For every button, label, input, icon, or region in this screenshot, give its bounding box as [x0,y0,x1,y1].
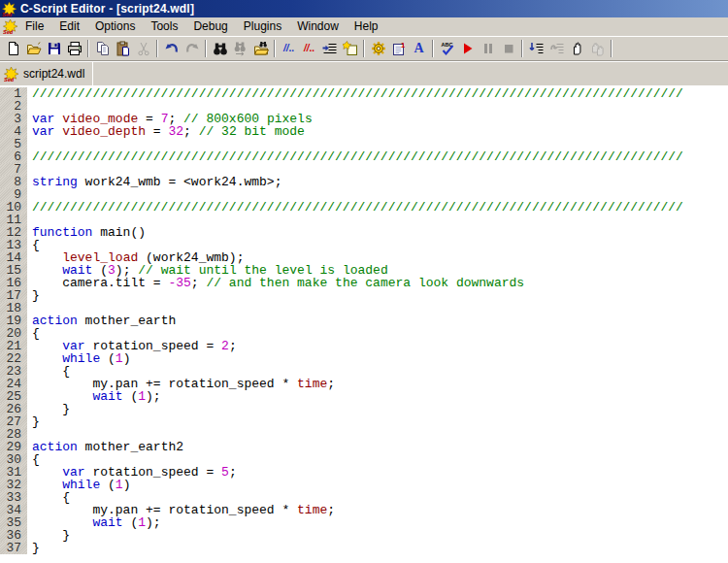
toolbar: //..//..1AABC [0,36,728,61]
step-over-icon[interactable] [546,39,567,59]
tab-label: script24.wdl [23,67,84,81]
window-title: C-Script Editor - [script24.wdl] [20,2,194,16]
code-text: string work24_wmb = <work24.wmb>; [27,176,281,188]
menu-item-options[interactable]: Options [87,17,143,36]
toolbar-separator [363,40,365,57]
break-hand-icon[interactable] [567,39,587,59]
code-text: } [27,289,40,302]
svg-text:Sed: Sed [2,11,13,16]
code-line[interactable]: 25 wait (1); [0,390,728,403]
code-line[interactable]: 37} [0,542,728,554]
toolbar-separator [274,40,276,57]
toolbar-separator [521,40,523,57]
menu-bar-items: FileEditOptionsToolsDebugPluginsWindowHe… [17,17,386,36]
code-line[interactable]: 10//////////////////////////////////////… [0,201,728,214]
uncomment-icon[interactable]: //.. [299,39,319,59]
code-line[interactable]: 12function main() [0,226,728,239]
menu-item-help[interactable]: Help [347,17,386,36]
menu-item-file[interactable]: File [17,17,51,36]
toolbar-separator [205,40,207,57]
run-icon[interactable] [457,39,478,59]
find-icon[interactable] [210,39,230,59]
find-next-icon[interactable] [230,39,250,59]
copy-icon[interactable] [92,39,113,59]
svg-text:1: 1 [401,41,405,50]
redo-icon[interactable] [182,39,202,59]
code-editor[interactable]: 1///////////////////////////////////////… [0,85,728,563]
menu-item-debug[interactable]: Debug [185,17,235,36]
comment-icon[interactable]: //.. [279,39,299,59]
code-line[interactable]: 36 } [0,529,728,542]
syntax-check-icon[interactable]: ABC [437,39,457,59]
sed-file-icon: Sed [4,67,18,82]
code-text: function main() [27,226,146,239]
new-document-icon[interactable] [3,39,23,59]
code-line[interactable]: 17} [0,289,728,302]
indent-icon[interactable] [319,39,340,59]
pause-icon[interactable] [478,39,498,59]
cut-icon[interactable] [133,39,153,59]
code-line[interactable]: 16 camera.tilt = -35; // and then make t… [0,277,728,289]
toolbar-separator [432,40,434,57]
menu-item-tools[interactable]: Tools [143,17,185,36]
code-line[interactable]: 22 while (1) [0,352,728,365]
code-line[interactable]: 8string work24_wmb = <work24.wmb>; [0,176,728,188]
svg-text:Sed: Sed [3,29,14,34]
stop-hands-icon[interactable] [587,39,608,59]
menu-item-edit[interactable]: Edit [51,17,87,36]
code-line[interactable]: 27} [0,415,728,428]
sed-app-icon[interactable]: Sed [2,2,17,17]
code-text: action mother_earth [27,315,176,327]
app-window: Sed C-Script Editor - [script24.wdl] Sed… [0,0,728,563]
code-line[interactable]: 1///////////////////////////////////////… [0,87,728,100]
line-number: 37 [0,542,27,554]
code-text: ////////////////////////////////////////… [27,87,683,100]
font-icon[interactable]: A [409,39,429,59]
tab-bar: Sed script24.wdl [0,61,728,85]
code-line[interactable]: 29action mother_earth2 [0,441,728,453]
menu-item-plugins[interactable]: Plugins [236,17,289,36]
code-line[interactable]: 26 } [0,403,728,415]
menu-item-window[interactable]: Window [289,17,347,36]
menu-bar: Sed FileEditOptionsToolsDebugPluginsWind… [0,17,728,36]
properties-icon[interactable]: 1 [388,39,409,59]
code-line[interactable]: 6///////////////////////////////////////… [0,150,728,163]
code-text: var video_depth = 32; // 32 bit mode [27,125,305,138]
toolbar-separator [611,40,612,57]
step-into-icon[interactable] [526,39,546,59]
stop-icon[interactable] [498,39,518,59]
tab-separator [92,62,93,85]
tab-script24[interactable]: Sed script24.wdl [0,62,92,85]
paste-icon[interactable] [113,39,133,59]
options-gear-icon[interactable] [368,39,388,59]
code-text: camera.tilt = -35; // and then make the … [27,277,524,289]
code-line[interactable]: 4var video_depth = 32; // 32 bit mode [0,125,728,138]
toolbar-separator [87,40,89,57]
new-window-icon[interactable] [340,39,360,59]
code-text: } [27,542,40,554]
title-bar[interactable]: Sed C-Script Editor - [script24.wdl] [0,0,728,17]
toolbar-separator [156,40,158,57]
save-icon[interactable] [44,39,64,59]
code-text: } [27,415,40,428]
code-line[interactable]: 19action mother_earth [0,315,728,327]
sed-document-icon[interactable]: Sed [3,19,17,34]
find-in-files-icon[interactable] [250,39,271,59]
code-text: action mother_earth2 [27,441,183,453]
print-icon[interactable] [64,39,84,59]
svg-text:Sed: Sed [4,76,15,81]
code-text: ////////////////////////////////////////… [27,201,683,214]
code-line[interactable]: 35 wait (1); [0,516,728,529]
open-file-icon[interactable] [23,39,44,59]
code-line[interactable]: 32 while (1) [0,479,728,491]
code-text: ////////////////////////////////////////… [27,150,683,163]
undo-icon[interactable] [161,39,182,59]
